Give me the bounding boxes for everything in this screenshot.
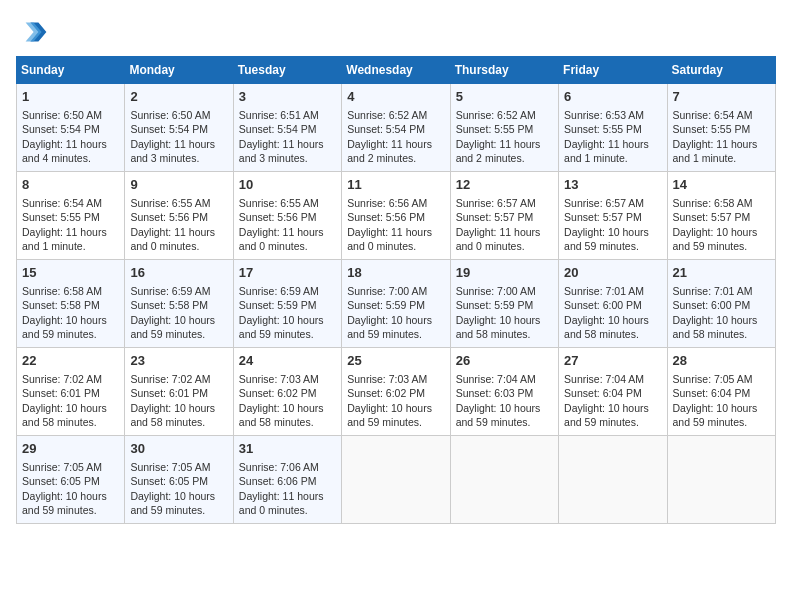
day-info-line: Daylight: 11 hours and 0 minutes. <box>239 489 336 517</box>
day-number: 22 <box>22 352 119 370</box>
day-info-line: Sunset: 5:56 PM <box>347 210 444 224</box>
calendar-cell: 29Sunrise: 7:05 AMSunset: 6:05 PMDayligh… <box>17 436 125 524</box>
day-info-line: Sunrise: 6:52 AM <box>347 108 444 122</box>
calendar-cell: 14Sunrise: 6:58 AMSunset: 5:57 PMDayligh… <box>667 172 775 260</box>
calendar-week-row: 29Sunrise: 7:05 AMSunset: 6:05 PMDayligh… <box>17 436 776 524</box>
day-info-line: Sunrise: 7:03 AM <box>239 372 336 386</box>
day-number: 16 <box>130 264 227 282</box>
day-number: 21 <box>673 264 770 282</box>
day-info-line: Daylight: 11 hours and 2 minutes. <box>456 137 553 165</box>
calendar-cell: 1Sunrise: 6:50 AMSunset: 5:54 PMDaylight… <box>17 84 125 172</box>
logo <box>16 16 52 48</box>
day-number: 12 <box>456 176 553 194</box>
calendar-cell <box>667 436 775 524</box>
day-info-line: Sunset: 6:05 PM <box>22 474 119 488</box>
day-info-line: Sunrise: 6:52 AM <box>456 108 553 122</box>
calendar-cell: 25Sunrise: 7:03 AMSunset: 6:02 PMDayligh… <box>342 348 450 436</box>
day-number: 17 <box>239 264 336 282</box>
day-number: 6 <box>564 88 661 106</box>
day-info-line: Sunrise: 6:50 AM <box>130 108 227 122</box>
day-info-line: Sunrise: 6:55 AM <box>239 196 336 210</box>
day-number: 19 <box>456 264 553 282</box>
day-number: 29 <box>22 440 119 458</box>
calendar: SundayMondayTuesdayWednesdayThursdayFrid… <box>16 56 776 524</box>
day-info-line: Sunrise: 6:58 AM <box>673 196 770 210</box>
day-info-line: Sunset: 5:58 PM <box>22 298 119 312</box>
calendar-cell: 20Sunrise: 7:01 AMSunset: 6:00 PMDayligh… <box>559 260 667 348</box>
day-info-line: Sunrise: 6:50 AM <box>22 108 119 122</box>
day-info-line: Daylight: 10 hours and 58 minutes. <box>673 313 770 341</box>
day-info-line: Daylight: 10 hours and 59 minutes. <box>673 225 770 253</box>
day-info-line: Daylight: 11 hours and 1 minute. <box>673 137 770 165</box>
calendar-week-row: 22Sunrise: 7:02 AMSunset: 6:01 PMDayligh… <box>17 348 776 436</box>
day-info-line: Sunrise: 7:02 AM <box>22 372 119 386</box>
day-info-line: Sunset: 5:54 PM <box>347 122 444 136</box>
day-number: 2 <box>130 88 227 106</box>
day-info-line: Sunset: 5:54 PM <box>239 122 336 136</box>
day-info-line: Daylight: 10 hours and 59 minutes. <box>22 313 119 341</box>
day-info-line: Sunrise: 7:03 AM <box>347 372 444 386</box>
header <box>16 16 776 48</box>
col-header-tuesday: Tuesday <box>233 57 341 84</box>
day-info-line: Sunrise: 7:01 AM <box>564 284 661 298</box>
day-info-line: Daylight: 11 hours and 0 minutes. <box>130 225 227 253</box>
calendar-cell: 12Sunrise: 6:57 AMSunset: 5:57 PMDayligh… <box>450 172 558 260</box>
day-info-line: Sunset: 6:05 PM <box>130 474 227 488</box>
calendar-cell: 16Sunrise: 6:59 AMSunset: 5:58 PMDayligh… <box>125 260 233 348</box>
calendar-cell: 30Sunrise: 7:05 AMSunset: 6:05 PMDayligh… <box>125 436 233 524</box>
day-number: 14 <box>673 176 770 194</box>
day-info-line: Daylight: 10 hours and 59 minutes. <box>347 313 444 341</box>
logo-icon <box>16 16 48 48</box>
day-info-line: Daylight: 10 hours and 58 minutes. <box>239 401 336 429</box>
day-info-line: Sunrise: 6:56 AM <box>347 196 444 210</box>
day-info-line: Daylight: 10 hours and 59 minutes. <box>130 313 227 341</box>
calendar-cell: 4Sunrise: 6:52 AMSunset: 5:54 PMDaylight… <box>342 84 450 172</box>
calendar-cell: 22Sunrise: 7:02 AMSunset: 6:01 PMDayligh… <box>17 348 125 436</box>
day-info-line: Sunrise: 6:57 AM <box>456 196 553 210</box>
day-number: 11 <box>347 176 444 194</box>
calendar-cell: 26Sunrise: 7:04 AMSunset: 6:03 PMDayligh… <box>450 348 558 436</box>
calendar-cell: 21Sunrise: 7:01 AMSunset: 6:00 PMDayligh… <box>667 260 775 348</box>
day-info-line: Daylight: 10 hours and 58 minutes. <box>456 313 553 341</box>
calendar-cell: 18Sunrise: 7:00 AMSunset: 5:59 PMDayligh… <box>342 260 450 348</box>
day-number: 3 <box>239 88 336 106</box>
day-info-line: Sunset: 5:56 PM <box>130 210 227 224</box>
day-number: 20 <box>564 264 661 282</box>
calendar-cell: 13Sunrise: 6:57 AMSunset: 5:57 PMDayligh… <box>559 172 667 260</box>
calendar-cell: 6Sunrise: 6:53 AMSunset: 5:55 PMDaylight… <box>559 84 667 172</box>
calendar-cell: 5Sunrise: 6:52 AMSunset: 5:55 PMDaylight… <box>450 84 558 172</box>
day-info-line: Daylight: 10 hours and 59 minutes. <box>564 401 661 429</box>
day-info-line: Daylight: 11 hours and 0 minutes. <box>347 225 444 253</box>
day-info-line: Sunrise: 6:54 AM <box>673 108 770 122</box>
calendar-cell: 8Sunrise: 6:54 AMSunset: 5:55 PMDaylight… <box>17 172 125 260</box>
day-number: 15 <box>22 264 119 282</box>
day-number: 7 <box>673 88 770 106</box>
day-info-line: Sunrise: 7:04 AM <box>564 372 661 386</box>
day-info-line: Daylight: 10 hours and 58 minutes. <box>130 401 227 429</box>
calendar-cell: 17Sunrise: 6:59 AMSunset: 5:59 PMDayligh… <box>233 260 341 348</box>
calendar-cell: 15Sunrise: 6:58 AMSunset: 5:58 PMDayligh… <box>17 260 125 348</box>
day-number: 10 <box>239 176 336 194</box>
day-number: 25 <box>347 352 444 370</box>
calendar-week-row: 15Sunrise: 6:58 AMSunset: 5:58 PMDayligh… <box>17 260 776 348</box>
day-info-line: Sunrise: 6:59 AM <box>130 284 227 298</box>
calendar-week-row: 1Sunrise: 6:50 AMSunset: 5:54 PMDaylight… <box>17 84 776 172</box>
day-info-line: Sunset: 5:57 PM <box>564 210 661 224</box>
col-header-thursday: Thursday <box>450 57 558 84</box>
day-info-line: Sunset: 6:02 PM <box>347 386 444 400</box>
calendar-cell <box>450 436 558 524</box>
day-number: 5 <box>456 88 553 106</box>
day-info-line: Sunset: 5:55 PM <box>673 122 770 136</box>
day-info-line: Sunset: 5:57 PM <box>673 210 770 224</box>
day-info-line: Daylight: 10 hours and 59 minutes. <box>22 489 119 517</box>
calendar-cell: 3Sunrise: 6:51 AMSunset: 5:54 PMDaylight… <box>233 84 341 172</box>
day-info-line: Sunrise: 7:05 AM <box>673 372 770 386</box>
day-info-line: Sunrise: 7:01 AM <box>673 284 770 298</box>
day-info-line: Sunrise: 6:54 AM <box>22 196 119 210</box>
calendar-cell: 7Sunrise: 6:54 AMSunset: 5:55 PMDaylight… <box>667 84 775 172</box>
day-info-line: Daylight: 10 hours and 59 minutes. <box>456 401 553 429</box>
calendar-cell <box>342 436 450 524</box>
calendar-week-row: 8Sunrise: 6:54 AMSunset: 5:55 PMDaylight… <box>17 172 776 260</box>
day-info-line: Sunset: 5:59 PM <box>347 298 444 312</box>
day-info-line: Sunrise: 7:00 AM <box>347 284 444 298</box>
